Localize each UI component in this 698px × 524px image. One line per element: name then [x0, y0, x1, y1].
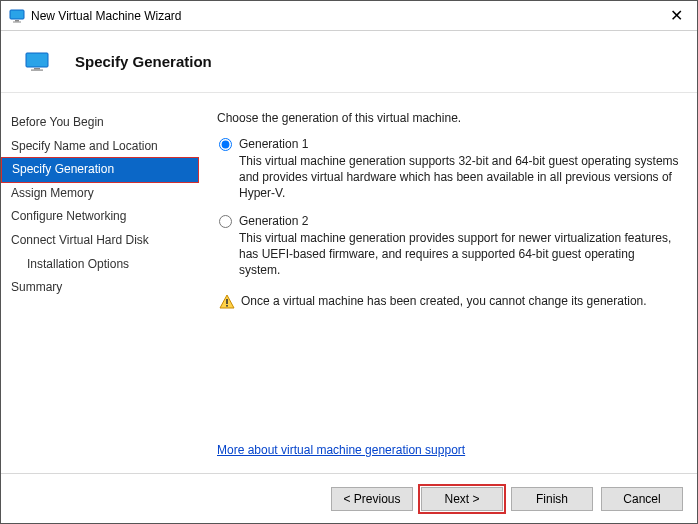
sidebar-item-connect-virtual-hard-disk[interactable]: Connect Virtual Hard Disk [1, 229, 199, 253]
generation-2-description: This virtual machine generation provides… [217, 230, 679, 279]
svg-rect-7 [226, 305, 228, 307]
svg-rect-6 [226, 299, 228, 304]
close-icon[interactable]: ✕ [664, 6, 689, 25]
warning-row: Once a virtual machine has been created,… [217, 294, 679, 310]
next-button[interactable]: Next > [421, 487, 503, 511]
generation-1-option[interactable]: Generation 1 [217, 137, 679, 151]
sidebar-item-installation-options[interactable]: Installation Options [1, 253, 199, 277]
svg-rect-4 [34, 68, 40, 70]
wizard-content: Choose the generation of this virtual ma… [199, 93, 697, 473]
sidebar-item-assign-memory[interactable]: Assign Memory [1, 182, 199, 206]
svg-rect-0 [10, 10, 24, 19]
svg-rect-1 [15, 20, 19, 22]
app-icon [9, 8, 25, 24]
svg-rect-5 [31, 69, 43, 70]
wizard-footer: < Previous Next > Finish Cancel [1, 473, 697, 523]
sidebar-item-summary[interactable]: Summary [1, 276, 199, 300]
page-title: Specify Generation [75, 53, 212, 70]
monitor-icon [25, 52, 49, 72]
wizard-header: Specify Generation [1, 31, 697, 93]
generation-2-label: Generation 2 [239, 214, 308, 228]
sidebar-item-before-you-begin[interactable]: Before You Begin [1, 111, 199, 135]
titlebar: New Virtual Machine Wizard ✕ [1, 1, 697, 31]
sidebar-item-specify-name-location[interactable]: Specify Name and Location [1, 135, 199, 159]
generation-2-radio[interactable] [219, 215, 232, 228]
finish-button[interactable]: Finish [511, 487, 593, 511]
previous-button[interactable]: < Previous [331, 487, 413, 511]
warning-text: Once a virtual machine has been created,… [241, 294, 647, 308]
generation-2-option[interactable]: Generation 2 [217, 214, 679, 228]
wizard-sidebar: Before You Begin Specify Name and Locati… [1, 93, 199, 473]
generation-1-description: This virtual machine generation supports… [217, 153, 679, 202]
sidebar-item-specify-generation[interactable]: Specify Generation [1, 157, 199, 183]
svg-rect-3 [26, 53, 48, 67]
warning-icon [219, 294, 235, 310]
learn-more-link[interactable]: More about virtual machine generation su… [217, 443, 679, 457]
intro-text: Choose the generation of this virtual ma… [217, 111, 679, 125]
generation-1-radio[interactable] [219, 138, 232, 151]
sidebar-item-configure-networking[interactable]: Configure Networking [1, 205, 199, 229]
cancel-button[interactable]: Cancel [601, 487, 683, 511]
svg-rect-2 [13, 21, 21, 22]
generation-1-label: Generation 1 [239, 137, 308, 151]
window-title: New Virtual Machine Wizard [31, 9, 664, 23]
